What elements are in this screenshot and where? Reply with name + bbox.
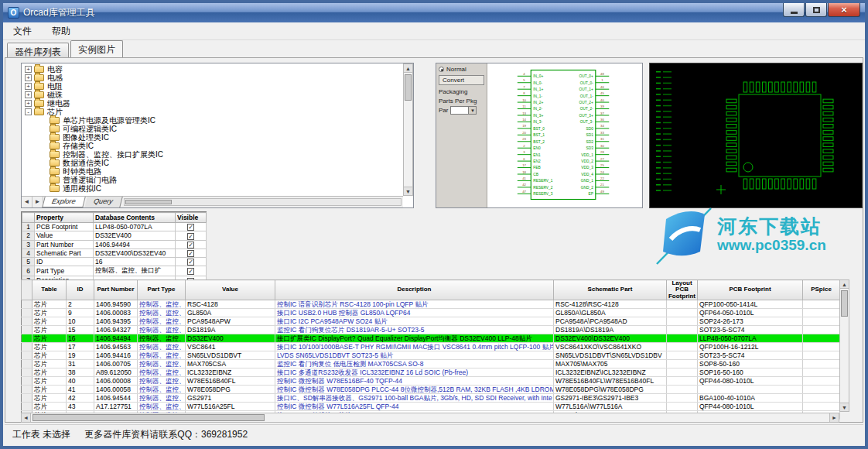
tab-explore[interactable]: Explore [42,197,85,207]
tab-library-list[interactable]: 器件库列表 [7,43,69,57]
svg-text:IN_1-: IN_1- [533,94,542,98]
tree-item[interactable]: +电容 [22,65,403,74]
column-header[interactable]: PSpice [803,280,840,300]
expand-toggle-icon[interactable]: + [25,100,32,107]
tree-item[interactable]: 普通逻辑门电路 [22,176,403,184]
table-row[interactable]: 芯片411406.00058控制器、监控、W78E058DPG控制IC 微控制器… [22,386,840,394]
column-header[interactable]: Part Number [94,280,138,300]
tree-item[interactable]: 数据通信类IC [22,159,403,167]
row-selector[interactable] [22,377,32,386]
tree-item[interactable]: 控制器、监控、接口扩展类IC [22,150,403,159]
table-row[interactable]: 芯片191406.94416控制器、监控、SN65LVDS1DBVTLVDS S… [22,351,840,360]
tree-item[interactable]: 通用模拟IC [22,184,403,193]
property-grid-row[interactable]: 5ID16✓ [22,258,207,266]
tree-item[interactable]: 图像处理类IC [22,133,403,142]
part-select[interactable]: ▼ [450,106,477,115]
column-header[interactable]: PCB Footprint [698,280,803,300]
column-header[interactable]: Part Type [138,280,186,300]
property-name: Schematic Part [35,248,94,257]
minimize-button[interactable] [783,3,805,17]
expand-toggle-icon[interactable]: + [25,91,32,98]
row-selector[interactable] [22,317,32,326]
tree-item[interactable]: 可编程逻辑类IC [22,125,403,133]
visible-checkbox[interactable]: ✓ [187,250,194,257]
row-selector[interactable] [22,343,32,351]
scrollbar-thumb[interactable] [32,414,265,421]
row-selector[interactable] [22,300,32,309]
visible-checkbox[interactable]: ✓ [187,224,194,231]
property-grid-row[interactable]: 2ValueDS32EV400✓ [22,231,207,240]
column-header[interactable]: Layout PCB Footprint [667,280,698,300]
table-row[interactable]: 芯片401406.00008控制器、监控、W78E516B40FL控制IC 微控… [22,377,840,386]
tree-item[interactable]: -芯片 [22,108,403,116]
column-header[interactable]: Schematic Part [554,280,667,300]
visible-checkbox[interactable]: ✓ [187,242,194,248]
scroll-up-icon[interactable]: ▲ [404,64,412,73]
visible-checkbox[interactable]: ✓ [187,268,194,275]
table-hscrollbar[interactable]: ◄ ► [21,413,839,423]
row-selector[interactable] [22,351,32,360]
table-row[interactable]: 芯片161406.94494控制器、监控、DS32EV400接口扩展类IC Di… [22,334,840,343]
table-row[interactable]: 芯片421406.94544控制器、监控、GS2971接口IC、SD解串器接收器… [22,394,840,403]
close-button[interactable]: × [828,3,860,17]
scroll-down-icon[interactable]: ▼ [840,403,849,411]
tree-hscrollbar[interactable] [124,198,402,206]
normal-view-option[interactable]: Normal [439,66,484,73]
table-row[interactable]: 芯片151406.94327控制器、监控、DS1819A监控IC 看门狗复位芯片… [22,326,840,334]
column-header[interactable]: ID [67,280,94,300]
table-row[interactable]: 芯片311406.00705控制器、监控、MAX705CSA监控IC 看门狗复位… [22,360,840,368]
scroll-up-icon[interactable]: ▲ [840,280,849,289]
scroll-right-icon[interactable]: ► [829,413,839,422]
visible-checkbox[interactable]: ✓ [187,233,194,240]
sheet-scroll-left-icon[interactable]: ◄ [22,197,32,207]
menu-help[interactable]: 帮助 [42,22,80,40]
scroll-left-icon[interactable]: ◄ [22,413,31,422]
convert-view-option[interactable]: Convert [439,75,484,85]
table-row[interactable]: 芯片91406.00083控制器、监控、GL850A接口IC USB2.0 HU… [22,309,840,317]
column-header[interactable]: Table [32,280,67,300]
table-vscrollbar[interactable]: ▲ ▼ [839,279,849,412]
property-grid-row[interactable]: 3Part Number1406.94494✓ [22,240,207,248]
table-row[interactable]: 芯片38A89.612050控制器、监控、ICL3232EIBNZ接口IC 多通… [22,368,840,377]
tree-vscrollbar[interactable]: ▲ ▼ [403,63,413,196]
scrollbar-thumb[interactable] [405,74,412,101]
scrollbar-thumb[interactable] [841,290,848,317]
maximize-button[interactable] [805,3,827,17]
row-selector[interactable] [22,394,32,403]
table-row[interactable]: 芯片21406.94590控制器、监控、RSC-4128控制IC 语音识别芯片 … [22,300,840,309]
table-row[interactable]: 芯片171406.94563控制器、监控、VSC8641接口IC 10/100/… [22,343,840,351]
menu-file[interactable]: 文件 [3,22,42,40]
scrollbar-thumb[interactable] [125,200,172,204]
tree-item[interactable]: +电阻 [22,82,403,91]
row-selector[interactable] [22,403,32,411]
tree-item[interactable]: +磁珠 [22,91,403,99]
tab-query[interactable]: Query [84,197,122,207]
row-selector[interactable] [22,326,32,334]
cell-table: 芯片 [32,326,67,334]
cell-pn: 1406.00705 [94,360,138,368]
property-grid-row[interactable]: 6Part Type控制器、监控、接口扩✓ [22,266,207,276]
row-selector[interactable] [22,334,32,343]
column-header[interactable]: Description [275,280,554,300]
tree-item[interactable]: +电感 [22,74,403,82]
property-grid-row[interactable]: 1PCB FootprintLLP48-050-0707LA✓ [22,223,207,231]
row-selector[interactable] [22,386,32,394]
tree-item[interactable]: 存储类IC [22,142,403,150]
row-selector[interactable] [22,309,32,317]
tab-example-images[interactable]: 实例图片 [70,40,123,57]
tree-item[interactable]: 单芯片电源及电源管理类IC [22,116,403,125]
expand-toggle-icon[interactable]: - [25,108,32,115]
tree-item[interactable]: 时钟类电路 [22,167,403,176]
table-row[interactable]: 芯片43A17.127751控制器、监控、W77L516A25FL控制IC 微控… [22,403,840,411]
tree-item[interactable]: +继电器 [22,99,403,108]
row-selector[interactable] [22,368,32,377]
row-selector[interactable] [22,360,32,368]
table-row[interactable]: 芯片101406.94395控制器、监控、PCA9548APW接口IC I2C … [22,317,840,326]
expand-toggle-icon[interactable]: + [25,83,32,90]
column-header[interactable]: Value [186,280,275,300]
property-grid-row[interactable]: 4Schematic PartDS32EV400\DS32EV40✓ [22,248,207,257]
expand-toggle-icon[interactable]: + [25,66,32,73]
scroll-down-icon[interactable]: ▼ [404,187,412,195]
expand-toggle-icon[interactable]: + [25,74,32,81]
visible-checkbox[interactable]: ✓ [187,259,194,266]
